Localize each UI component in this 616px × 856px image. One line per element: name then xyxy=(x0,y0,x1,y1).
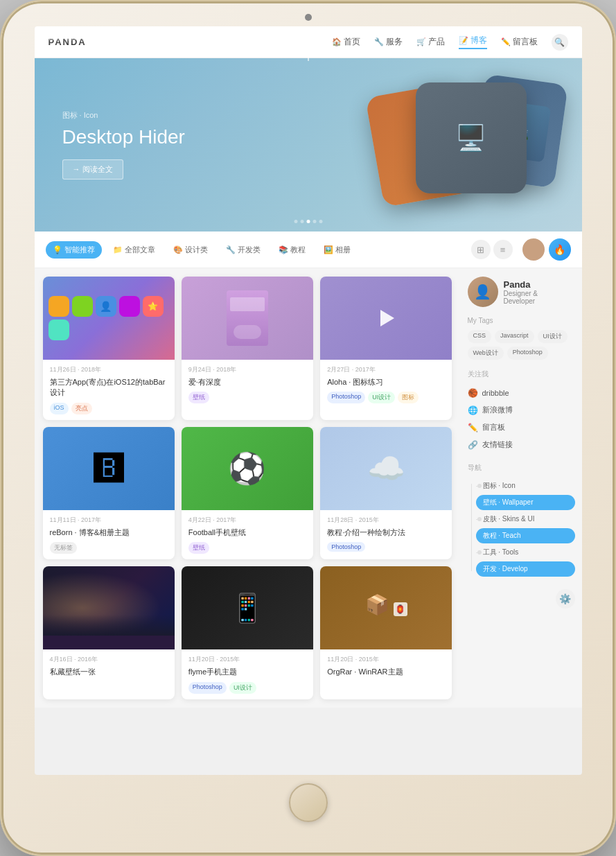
post-title: Aloha · 图标练习 xyxy=(327,377,445,387)
list-view-button[interactable]: ≡ xyxy=(493,240,513,259)
follow-weibo[interactable]: 🌐 新浪微博 xyxy=(468,401,575,419)
post-date: 4月16日 · 2016年 xyxy=(50,655,168,664)
settings-button[interactable]: ⚙️ xyxy=(556,589,575,609)
post-tag[interactable]: Photoshop xyxy=(327,542,365,552)
nav-tree-wallpaper[interactable]: 壁纸 · Wallpaper xyxy=(476,495,575,510)
follow-links[interactable]: 🔗 友情链接 xyxy=(468,436,575,453)
post-card[interactable]: 2月27日 · 2017年 Aloha · 图标练习 Photoshop UI设… xyxy=(320,277,452,420)
post-card[interactable]: 📦 🏮 11月20日 · 2015年 OrgRar · WinRAR主题 xyxy=(320,566,452,699)
user-avatar-button[interactable] xyxy=(522,238,545,261)
post-tag[interactable]: 壁纸 xyxy=(188,542,209,554)
post-tags: Photoshop xyxy=(327,542,445,552)
service-icon: 🔧 xyxy=(374,37,384,46)
nav-item-product[interactable]: 🛒 产品 xyxy=(416,36,445,48)
weibo-icon: 🌐 xyxy=(468,405,478,415)
post-tag[interactable]: 壁纸 xyxy=(188,392,209,403)
nav-tree-tutorial[interactable]: 教程 · Teach xyxy=(476,528,575,543)
post-tag[interactable]: Photoshop xyxy=(188,682,227,694)
filter-album[interactable]: 🖼️ 相册 xyxy=(317,241,358,259)
post-tag[interactable]: UI设计 xyxy=(368,392,395,403)
nav-item-board[interactable]: ✏️ 留言板 xyxy=(501,36,538,48)
post-title: OrgRar · WinRAR主题 xyxy=(327,667,445,677)
sidebar: 👤 Panda Designer & Developer My Tags CSS… xyxy=(461,268,582,708)
nav-tree: 图标 · Icon 壁纸 · Wallpaper 皮肤 · Skins & UI… xyxy=(468,478,575,577)
post-thumbnail: 📦 🏮 xyxy=(320,566,452,649)
nav-tree-tools[interactable]: 工具 · Tools xyxy=(476,545,575,560)
post-tag[interactable]: UI设计 xyxy=(229,682,256,694)
profile-name: Panda xyxy=(504,279,538,290)
filter-all[interactable]: 📁 全部文章 xyxy=(106,241,162,259)
flame-button[interactable]: 🔥 xyxy=(549,238,571,261)
hero-read-button[interactable]: → 阅读全文 xyxy=(62,159,123,180)
nav-tree-skin[interactable]: 皮肤 · Skins & UI xyxy=(476,512,575,527)
post-body: 11月20日 · 2015年 flyme手机主题 Photoshop UI设计 xyxy=(182,649,313,699)
post-card[interactable]: 📱 11月20日 · 2015年 flyme手机主题 Photoshop UI设… xyxy=(182,566,313,699)
post-tag[interactable]: 无标签 xyxy=(50,542,77,554)
hero-dot-1 xyxy=(294,220,297,223)
post-card[interactable]: WordPress Theme 🅱 11月11日 · 2017年 reBorn … xyxy=(43,427,175,559)
search-button[interactable]: 🔍 xyxy=(552,34,568,51)
tag-javascript[interactable]: Javascript xyxy=(495,330,534,343)
post-tag[interactable]: 亮点 xyxy=(71,403,92,414)
monitor-icon: 🖥️ xyxy=(455,123,486,152)
hero-images: 🏔️ 🖥️ xyxy=(353,76,561,214)
smart-icon: 💡 xyxy=(53,245,62,254)
follow-dribbble[interactable]: 🏀 dribbble xyxy=(468,385,575,401)
profile-info: Panda Designer & Developer xyxy=(504,279,538,305)
post-tag[interactable]: Photoshop xyxy=(327,392,365,403)
all-icon: 📁 xyxy=(113,245,123,254)
tag-ui[interactable]: UI设计 xyxy=(538,330,567,343)
post-title: 教程·介绍一种绘制方法 xyxy=(327,527,445,538)
post-body: 11月28日 · 2015年 教程·介绍一种绘制方法 Photoshop xyxy=(320,510,452,557)
post-tags: 无标签 xyxy=(50,542,168,554)
board-icon: ✏️ xyxy=(501,37,511,46)
filter-dev[interactable]: 🔧 开发类 xyxy=(219,241,267,259)
tag-css[interactable]: CSS xyxy=(468,330,492,343)
settings-area: ⚙️ xyxy=(468,578,575,609)
post-card[interactable]: 4月16日 · 2016年 私藏壁纸一张 xyxy=(43,566,175,699)
post-date: 4月22日 · 2017年 xyxy=(188,516,306,525)
follow-guestbook[interactable]: ✏️ 留言板 xyxy=(468,419,575,436)
post-tag[interactable]: iOS xyxy=(50,403,69,414)
post-tag[interactable]: 图标 xyxy=(398,392,419,403)
nav-item-service[interactable]: 🔧 服务 xyxy=(374,36,403,48)
post-date: 11月20日 · 2015年 xyxy=(327,655,445,664)
hero-dot-3 xyxy=(306,220,310,223)
post-date: 11月11日 · 2017年 xyxy=(50,516,168,525)
product-icon: 🛒 xyxy=(416,37,426,46)
nav-item-home[interactable]: 🏠 首页 xyxy=(332,36,360,48)
home-button[interactable] xyxy=(289,783,328,822)
nav-item-blog[interactable]: 📝 博客 xyxy=(459,35,487,49)
post-thumbnail: ⚽ xyxy=(182,427,313,510)
dribbble-icon: 🏀 xyxy=(468,388,478,398)
post-thumbnail: ☁️ xyxy=(320,427,452,510)
filter-design[interactable]: 🎨 设计类 xyxy=(166,241,215,259)
nav-tree-line xyxy=(471,484,472,571)
post-title: reBorn · 博客&相册主题 xyxy=(50,527,168,538)
nav-tree-develop[interactable]: 开发 · Develop xyxy=(476,561,575,577)
follow-label: 关注我 xyxy=(468,369,575,379)
hero-text: 图标 · Icon Desktop Hider → 阅读全文 xyxy=(62,110,185,180)
post-card[interactable]: 9月24日 · 2018年 爱·有深度 壁纸 xyxy=(182,277,313,420)
nav-tree-icon[interactable]: 图标 · Icon xyxy=(476,478,575,493)
profile-avatar: 👤 xyxy=(468,277,498,307)
tag-web[interactable]: Web设计 xyxy=(468,347,504,360)
filter-bar: 💡 智能推荐 📁 全部文章 🎨 设计类 🔧 开发类 📚 教程 🖼️ 相册 xyxy=(35,232,582,268)
post-tags: 壁纸 xyxy=(188,392,306,403)
play-icon xyxy=(380,310,394,326)
post-body: 11月26日 · 2018年 第三方App(寄点)在iOS12的tabBar设计… xyxy=(43,360,175,420)
grid-view-button[interactable]: ⊞ xyxy=(471,240,491,259)
filter-tutorial[interactable]: 📚 教程 xyxy=(272,241,313,259)
post-tags: Photoshop UI设计 图标 xyxy=(327,392,445,403)
post-thumbnail: WordPress Theme 🅱 xyxy=(43,427,175,510)
post-card[interactable]: 👤 ⭐ 11月26日 · 2018年 第三方App(寄点)在iOS12的tabB… xyxy=(43,277,175,420)
post-card[interactable]: ☁️ 11月28日 · 2015年 教程·介绍一种绘制方法 Photoshop xyxy=(320,427,452,559)
post-title: flyme手机主题 xyxy=(188,667,306,677)
post-card[interactable]: ⚽ 4月22日 · 2017年 Football手机壁纸 壁纸 xyxy=(182,427,313,559)
profile-role: Designer & Developer xyxy=(504,290,538,305)
tag-photoshop[interactable]: Photoshop xyxy=(507,347,548,360)
hero-banner: 图标 · Icon Desktop Hider → 阅读全文 🏔️ 🖥️ xyxy=(35,58,582,232)
post-tags: 壁纸 xyxy=(188,542,306,554)
tag-cloud: CSS Javascript UI设计 Web设计 Photoshop xyxy=(468,330,575,360)
filter-smart[interactable]: 💡 智能推荐 xyxy=(46,241,102,259)
